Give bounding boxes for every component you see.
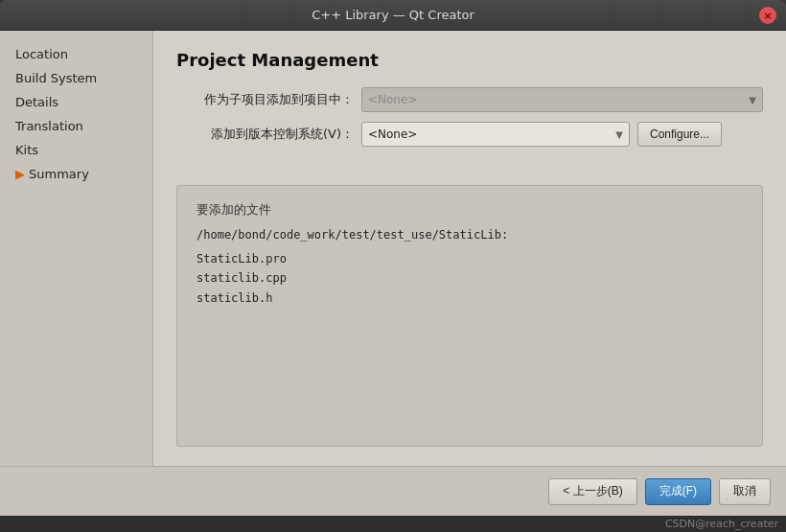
form-row-vcs: 添加到版本控制系统(V)： <None> ▼ Configure... <box>176 122 763 147</box>
list-item: StaticLib.pro <box>196 249 743 268</box>
close-button[interactable]: × <box>759 7 776 24</box>
list-item: staticlib.cpp <box>196 268 743 288</box>
vcs-select[interactable]: <None> ▼ <box>361 122 630 147</box>
list-item: staticlib.h <box>196 289 743 308</box>
sidebar-item-summary[interactable]: ▶ Summary <box>0 162 152 186</box>
main-panel: Project Management 作为子项目添加到项目中： <None> ▼… <box>153 31 786 466</box>
active-arrow-icon: ▶ <box>15 167 25 181</box>
finish-button[interactable]: 完成(F) <box>645 478 711 505</box>
window-title: C++ Library — Qt Creator <box>312 8 474 22</box>
sidebar-item-details[interactable]: Details <box>0 90 152 114</box>
sidebar-item-kits[interactable]: Kits <box>0 138 152 162</box>
sidebar-item-translation[interactable]: Translation <box>0 114 152 138</box>
configure-button[interactable]: Configure... <box>637 122 722 147</box>
subproject-select[interactable]: <None> ▼ <box>361 87 763 112</box>
sidebar-item-label: Build System <box>15 71 97 85</box>
cancel-button[interactable]: 取消 <box>719 478 771 505</box>
subproject-label: 作为子项目添加到项目中： <box>176 91 354 108</box>
form-row-subproject: 作为子项目添加到项目中： <None> ▼ <box>176 87 763 112</box>
sidebar: Location Build System Details Translatio… <box>0 31 153 466</box>
page-title: Project Management <box>176 50 763 70</box>
subproject-select-value: <None> <box>368 93 417 106</box>
chevron-down-icon: ▼ <box>749 95 756 105</box>
close-icon: × <box>763 10 772 22</box>
watermark: CSDN@reach_creater <box>0 516 786 532</box>
vcs-label: 添加到版本控制系统(V)： <box>176 126 354 143</box>
files-path: /home/bond/code_work/test/test_use/Stati… <box>196 228 743 242</box>
sidebar-item-label: Details <box>15 95 58 109</box>
sidebar-item-label: Translation <box>15 119 83 133</box>
window: C++ Library — Qt Creator × Location Buil… <box>0 0 786 532</box>
main-content: Location Build System Details Translatio… <box>0 31 786 466</box>
bottom-bar: < 上一步(B) 完成(F) 取消 <box>0 466 786 516</box>
sidebar-item-label: Summary <box>29 167 89 181</box>
files-heading: 要添加的文件 <box>196 201 743 219</box>
chevron-down-icon: ▼ <box>615 129 623 140</box>
files-list: StaticLib.pro staticlib.cpp staticlib.h <box>196 249 743 308</box>
sidebar-item-build-system[interactable]: Build System <box>0 66 152 90</box>
vcs-select-value: <None> <box>368 127 417 141</box>
sidebar-item-location[interactable]: Location <box>0 42 152 66</box>
files-section: 要添加的文件 /home/bond/code_work/test/test_us… <box>176 185 763 447</box>
back-button[interactable]: < 上一步(B) <box>548 478 636 505</box>
titlebar: C++ Library — Qt Creator × <box>0 0 786 31</box>
sidebar-item-label: Kits <box>15 143 38 157</box>
sidebar-item-label: Location <box>15 47 68 61</box>
